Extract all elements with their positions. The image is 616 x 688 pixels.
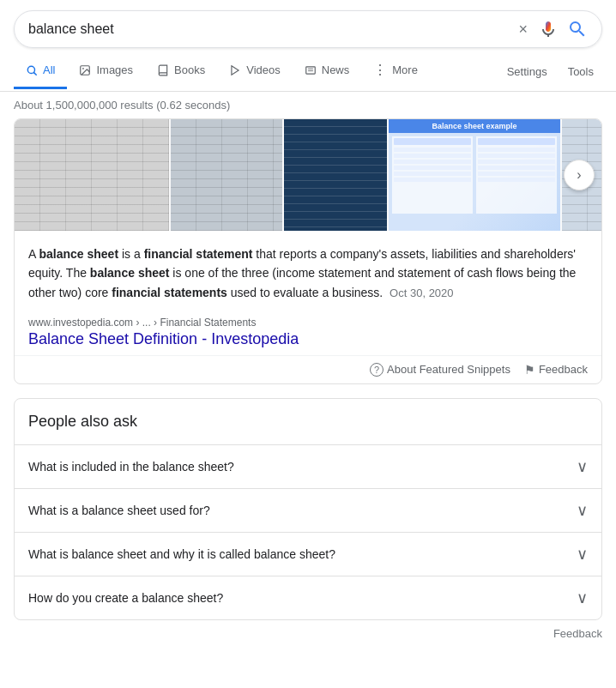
tab-more-label: More (392, 63, 418, 76)
paa-chevron-1: ∨ (577, 501, 588, 520)
carousel-image-1[interactable] (15, 119, 169, 231)
image-carousel: Balance sheet example (15, 119, 601, 231)
snippet-footer: ? About Featured Snippets ⚑ Feedback (15, 355, 601, 383)
paa-chevron-0: ∨ (577, 457, 588, 476)
paa-chevron-2: ∨ (577, 545, 588, 564)
search-bar-container: × (0, 0, 616, 48)
tab-all[interactable]: All (14, 53, 67, 89)
paa-title: People also ask (15, 399, 601, 445)
tab-books-label: Books (174, 63, 205, 76)
search-tab-icon (26, 64, 38, 76)
snippet-source: www.investopedia.com › ... › Financial S… (15, 317, 601, 355)
paa-item-3[interactable]: How do you create a balance sheet? ∨ (15, 576, 601, 619)
main-content: Balance sheet example (0, 118, 616, 620)
clear-icon[interactable]: × (518, 21, 528, 39)
carousel-next-button[interactable]: › (564, 160, 595, 190)
snippet-date: Oct 30, 2020 (390, 287, 453, 299)
paa-question-0: What is included in the balance sheet? (28, 460, 234, 474)
carousel-image-label: Balance sheet example (389, 119, 560, 133)
carousel-image-3[interactable] (284, 119, 387, 231)
tab-news-label: News (322, 63, 350, 76)
books-tab-icon (157, 64, 169, 76)
about-snippets-label: About Featured Snippets (387, 363, 510, 376)
paa-question-1: What is a balance sheet used for? (28, 504, 210, 517)
search-input[interactable] (28, 21, 518, 37)
search-submit-icon[interactable] (567, 19, 588, 39)
news-tab-icon (305, 64, 317, 76)
snippet-text: A balance sheet is a financial statement… (15, 231, 601, 317)
nav-right: Settings Tools (498, 55, 602, 88)
info-icon: ? (370, 363, 383, 377)
results-count: About 1,500,000,000 results (0.62 second… (0, 92, 616, 118)
nav-tabs: All Images Books Videos News ⋮ More (0, 51, 616, 92)
paa-item-2[interactable]: What is balance sheet and why it is call… (15, 533, 601, 576)
svg-marker-4 (232, 65, 239, 75)
tab-news[interactable]: News (293, 53, 362, 89)
paa-chevron-3: ∨ (577, 588, 588, 607)
carousel-col-right (476, 136, 557, 214)
search-bar: × (14, 10, 602, 48)
tab-books[interactable]: Books (145, 53, 217, 89)
flag-icon: ⚑ (524, 363, 535, 377)
paa-question-3: How do you create a balance sheet? (28, 591, 223, 605)
tab-videos[interactable]: Videos (217, 53, 293, 89)
tools-button[interactable]: Tools (559, 55, 602, 88)
paa-item-1[interactable]: What is a balance sheet used for? ∨ (15, 489, 601, 533)
search-icons (538, 19, 588, 39)
about-snippets-button[interactable]: ? About Featured Snippets (370, 363, 510, 377)
bottom-feedback-button[interactable]: Feedback (0, 620, 616, 647)
tab-more[interactable]: ⋮ More (361, 51, 430, 91)
snippet-breadcrumb: www.investopedia.com › ... › Financial S… (28, 317, 588, 329)
settings-button[interactable]: Settings (498, 55, 556, 88)
mic-icon[interactable] (538, 19, 559, 39)
tab-images-label: Images (96, 63, 133, 76)
paa-section: People also ask What is included in the … (14, 398, 602, 620)
paa-item-0[interactable]: What is included in the balance sheet? ∨ (15, 445, 601, 489)
feedback-button[interactable]: ⚑ Feedback (524, 363, 588, 377)
videos-tab-icon (229, 64, 241, 76)
svg-rect-5 (306, 66, 316, 73)
svg-point-3 (83, 68, 85, 69)
tab-images[interactable]: Images (67, 53, 145, 89)
paa-question-2: What is balance sheet and why it is call… (28, 547, 335, 561)
feedback-label: Feedback (539, 363, 588, 376)
snippet-link[interactable]: Balance Sheet Definition - Investopedia (28, 330, 299, 347)
tab-all-label: All (43, 63, 55, 76)
svg-line-1 (34, 72, 37, 75)
carousel-image-2[interactable] (171, 119, 282, 231)
images-tab-icon (79, 64, 91, 76)
carousel-col-left (392, 136, 473, 214)
snippet-card: Balance sheet example (14, 118, 602, 384)
carousel-image-4[interactable]: Balance sheet example (389, 119, 560, 231)
tab-videos-label: Videos (246, 63, 281, 76)
more-dots-icon: ⋮ (373, 62, 387, 78)
carousel-images: Balance sheet example (15, 119, 601, 231)
